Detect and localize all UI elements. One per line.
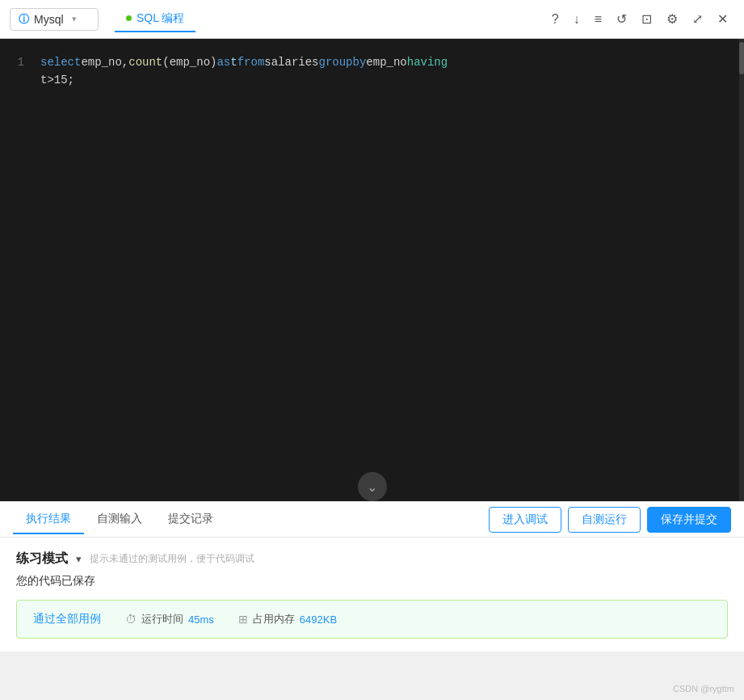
- code-line2-content: t>15;: [40, 71, 74, 89]
- mode-chevron-icon: ▾: [76, 553, 82, 565]
- result-memory: ⊞ 占用内存 6492KB: [238, 612, 337, 626]
- tab-label: SQL 编程: [137, 11, 184, 26]
- self-run-button[interactable]: 自测运行: [568, 507, 641, 533]
- download-icon[interactable]: ↓: [574, 12, 580, 27]
- mode-dropdown[interactable]: ▾: [76, 553, 82, 565]
- close-icon[interactable]: ✕: [717, 11, 728, 27]
- alias-t: t: [230, 53, 237, 71]
- result-pass-text: 通过全部用例: [33, 612, 101, 626]
- tab-exec-result[interactable]: 执行结果: [13, 505, 84, 534]
- tab-area: SQL 编程: [99, 6, 552, 32]
- code-lines: select emp_no, count (emp_no) as t from …: [32, 47, 744, 493]
- keyword-having: having: [407, 53, 448, 71]
- memory-label: 占用内存: [253, 612, 295, 626]
- expand-icon[interactable]: ⤢: [692, 11, 703, 27]
- db-name-label: Mysql: [34, 13, 64, 26]
- time-label: 运行时间: [141, 612, 183, 626]
- chevron-down-icon: ▾: [72, 14, 77, 24]
- keyword-as: as: [216, 53, 230, 71]
- code-plain-2: (emp_no): [162, 53, 216, 71]
- top-bar: ⓘ Mysql ▾ SQL 编程 ? ↓ ≡ ↺ ⊡ ⚙ ⤢ ✕: [0, 0, 744, 39]
- editor-content: 1 select emp_no, count (emp_no) as t fro…: [0, 39, 744, 501]
- keyword-from: from: [237, 53, 265, 71]
- bottom-panel: 执行结果 自测输入 提交记录 进入调试 自测运行 保存并提交 练习模式 ▾ 提示…: [0, 501, 744, 652]
- keyword-group: group: [319, 53, 353, 71]
- keyword-select: select: [40, 53, 81, 71]
- refresh-icon[interactable]: ↺: [616, 11, 627, 27]
- memory-icon: ⊞: [238, 613, 248, 626]
- editor-area[interactable]: 1 select emp_no, count (emp_no) as t fro…: [0, 39, 744, 501]
- tab-sql-editor[interactable]: SQL 编程: [115, 6, 195, 32]
- memory-value: 6492KB: [300, 614, 337, 626]
- saved-message: 您的代码已保存: [16, 574, 728, 588]
- tab-submit-records[interactable]: 提交记录: [155, 505, 226, 534]
- editor-scrollbar-thumb: [739, 42, 744, 74]
- time-value: 45ms: [188, 614, 214, 626]
- time-icon: ⏱: [125, 613, 137, 626]
- tab-active-dot: [126, 15, 132, 21]
- mode-title: 练习模式: [16, 550, 68, 567]
- line-numbers: 1: [0, 47, 32, 493]
- mode-row: 练习模式 ▾ 提示未通过的测试用例，便于代码调试: [16, 550, 728, 567]
- save-submit-button[interactable]: 保存并提交: [647, 507, 731, 533]
- settings-icon[interactable]: ⚙: [666, 11, 678, 27]
- result-time: ⏱ 运行时间 45ms: [125, 612, 214, 626]
- bottom-tabs-bar: 执行结果 自测输入 提交记录 进入调试 自测运行 保存并提交: [0, 502, 744, 538]
- bottom-tab-actions: 进入调试 自测运行 保存并提交: [489, 507, 731, 533]
- code-plain-5: emp_no: [366, 53, 406, 71]
- code-line-2: t>15;: [40, 71, 736, 89]
- watermark: CSDN @rygttm: [673, 684, 734, 694]
- info-icon: ⓘ: [19, 12, 29, 27]
- code-plain-1: emp_no,: [81, 53, 128, 71]
- keyword-by: by: [353, 53, 367, 71]
- bottom-content: 练习模式 ▾ 提示未通过的测试用例，便于代码调试 您的代码已保存 通过全部用例 …: [0, 538, 744, 652]
- mode-hint: 提示未通过的测试用例，便于代码调试: [90, 552, 254, 566]
- editor-scrollbar[interactable]: [739, 39, 744, 501]
- db-selector[interactable]: ⓘ Mysql ▾: [10, 8, 99, 31]
- scroll-down-button[interactable]: ⌄: [358, 472, 387, 501]
- window-icon[interactable]: ⊡: [641, 11, 652, 27]
- line-number-1: 1: [11, 53, 24, 71]
- toolbar-icons: ? ↓ ≡ ↺ ⊡ ⚙ ⤢ ✕: [552, 11, 734, 27]
- code-plain-3: salaries: [264, 53, 318, 71]
- debug-button[interactable]: 进入调试: [489, 507, 561, 533]
- tab-self-input[interactable]: 自测输入: [84, 505, 155, 534]
- code-line-1: select emp_no, count (emp_no) as t from …: [40, 53, 736, 71]
- function-count: count: [128, 53, 162, 71]
- help-icon[interactable]: ?: [552, 12, 559, 27]
- format-icon[interactable]: ≡: [595, 12, 602, 27]
- result-card: 通过全部用例 ⏱ 运行时间 45ms ⊞ 占用内存 6492KB: [16, 600, 728, 639]
